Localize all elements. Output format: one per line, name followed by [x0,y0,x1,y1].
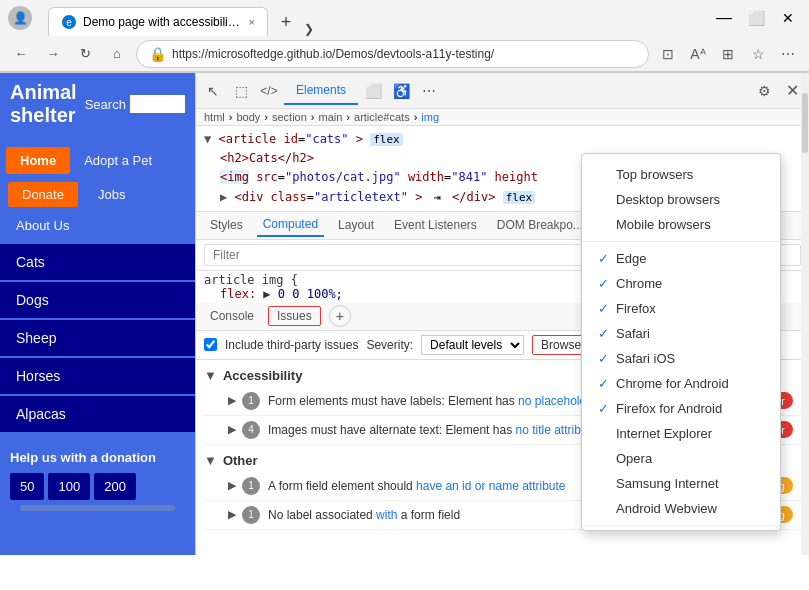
read-aloud-icon[interactable]: Aᴬ [685,41,711,67]
dropdown-opera[interactable]: Opera [582,446,780,471]
accessibility-icon[interactable]: ♿ [388,78,414,104]
settings-icon[interactable]: ⚙ [751,78,777,104]
donation-title: Help us with a donation [10,450,185,467]
donation-section: Help us with a donation 50 100 200 [0,442,195,520]
tab-dom-breakpoints[interactable]: DOM Breakpo... [491,214,589,236]
tab-styles[interactable]: Styles [204,214,249,236]
issue-expand-icon-2[interactable]: ▶ [228,423,236,436]
tab-close-button[interactable]: × [249,16,255,28]
nav-donate-button[interactable]: Donate [8,182,78,207]
donation-btn-50[interactable]: 50 [10,473,44,500]
tab-favicon: e [61,14,77,30]
back-button[interactable]: ← [8,41,34,67]
dropdown-android-webview[interactable]: Android Webview [582,496,780,521]
site-search: Search [85,95,185,113]
dropdown-firefox[interactable]: ✓ Firefox [582,296,780,321]
tab-layout[interactable]: Layout [332,214,380,236]
dropdown-desktop-browsers[interactable]: Desktop browsers [582,187,780,212]
tab-event-listeners[interactable]: Event Listeners [388,214,483,236]
severity-select[interactable]: Default levels [421,335,524,355]
tab-elements[interactable]: Elements [284,77,358,105]
title-bar: 👤 e Demo page with accessibility iss... … [0,0,809,36]
dropdown-safari[interactable]: ✓ Safari [582,321,780,346]
site-header: Animal shelter Search [0,73,195,143]
url-text: https://microsoftedge.github.io/Demos/de… [172,47,494,61]
animal-item-alpacas[interactable]: Alpacas [0,396,195,432]
nav-jobs-button[interactable]: Jobs [84,182,139,207]
new-tab-button[interactable]: + [272,8,300,36]
dropdown-top-browsers[interactable]: Top browsers [582,162,780,187]
issue-expand-icon-4[interactable]: ▶ [228,508,236,521]
breadcrumb-main[interactable]: main [319,111,343,123]
scrollbar-track[interactable] [20,505,175,511]
more-tools-icon[interactable]: ⋯ [775,41,801,67]
breadcrumb-img[interactable]: img [421,111,439,123]
browser-chrome: 👤 e Demo page with accessibility iss... … [0,0,809,73]
devtools-scrollbar[interactable] [801,73,809,555]
forward-button[interactable]: → [40,41,66,67]
dropdown-mobile-browsers[interactable]: Mobile browsers [582,212,780,237]
breadcrumb-body[interactable]: body [236,111,260,123]
more-tools-devtools-icon[interactable]: ⋯ [416,78,442,104]
dropdown-ie[interactable]: Internet Explorer [582,421,780,446]
accessibility-title: Accessibility [223,368,303,383]
home-button[interactable]: ⌂ [104,41,130,67]
minimize-button[interactable]: — [711,5,737,31]
tab-console[interactable]: Console [204,305,260,327]
dropdown-safari-ios[interactable]: ✓ Safari iOS [582,346,780,371]
inspect-element-icon[interactable]: ↖ [200,78,226,104]
breadcrumb-article[interactable]: article#cats [354,111,410,123]
issue-count-3: 1 [242,477,260,495]
nav-home-button[interactable]: Home [6,147,70,174]
donation-btn-100[interactable]: 100 [48,473,90,500]
split-screen-icon[interactable]: ⊡ [655,41,681,67]
dropdown-samsung[interactable]: Samsung Internet [582,471,780,496]
favorites-icon[interactable]: ☆ [745,41,771,67]
animal-item-cats[interactable]: Cats [0,244,195,280]
tab-issues[interactable]: Issues [268,306,321,326]
tab-computed[interactable]: Computed [257,213,324,237]
dropdown-chrome-android[interactable]: ✓ Chrome for Android [582,371,780,396]
check-chrome-android: ✓ [598,376,616,391]
maximize-button[interactable]: ⬜ [743,5,769,31]
issue-expand-icon-1[interactable]: ▶ [228,394,236,407]
logo-text: Animal shelter [10,81,77,127]
emulation-icon[interactable]: ⬜ [360,78,386,104]
browser-groups-group: Top browsers Desktop browsers Mobile bro… [582,158,780,242]
devtools-panel: ↖ ⬚ </> Elements ⬜ ♿ ⋯ ⚙ ✕ html › body ›… [195,73,809,555]
donation-btn-200[interactable]: 200 [94,473,136,500]
search-input[interactable] [130,95,185,113]
address-input[interactable]: 🔒 https://microsoftedge.github.io/Demos/… [136,40,649,68]
tab-dropdown-button[interactable]: ❯ [304,22,314,36]
elements-panel-icon[interactable]: </> [256,78,282,104]
device-toolbar-icon[interactable]: ⬚ [228,78,254,104]
nav-about-button[interactable]: About Us [6,213,189,238]
issue-expand-icon-3[interactable]: ▶ [228,479,236,492]
close-window-button[interactable]: ✕ [775,5,801,31]
immersive-reader-icon[interactable]: ⊞ [715,41,741,67]
check-firefox-android: ✓ [598,401,616,416]
dropdown-firefox-android[interactable]: ✓ Firefox for Android [582,396,780,421]
flex-badge-2: flex [503,191,536,204]
animal-item-dogs[interactable]: Dogs [0,282,195,318]
profile-avatar[interactable]: 👤 [8,6,32,30]
breadcrumb-html[interactable]: html [204,111,225,123]
css-selector: article img { [204,273,298,287]
third-party-checkbox[interactable] [204,338,217,351]
devtools-toolbar: ↖ ⬚ </> Elements ⬜ ♿ ⋯ ⚙ ✕ [196,73,809,109]
html-breadcrumb: html › body › section › main › article#c… [196,109,809,126]
animal-item-sheep[interactable]: Sheep [0,320,195,356]
dropdown-edge[interactable]: ✓ Edge [582,246,780,271]
tab-title: Demo page with accessibility iss... [83,15,243,29]
nav-adopt-button[interactable]: Adopt a Pet [74,147,162,174]
refresh-button[interactable]: ↻ [72,41,98,67]
dropdown-chrome[interactable]: ✓ Chrome [582,271,780,296]
main-area: Animal shelter Search Home Adopt a Pet D… [0,73,809,555]
active-tab[interactable]: e Demo page with accessibility iss... × [48,7,268,36]
logo-line2: shelter [10,104,77,127]
breadcrumb-section[interactable]: section [272,111,307,123]
animal-item-horses[interactable]: Horses [0,358,195,394]
devtools-scrollbar-thumb[interactable] [802,93,808,153]
add-panel-button[interactable]: + [329,305,351,327]
animal-list: Cats Dogs Sheep Horses Alpacas [0,240,195,438]
